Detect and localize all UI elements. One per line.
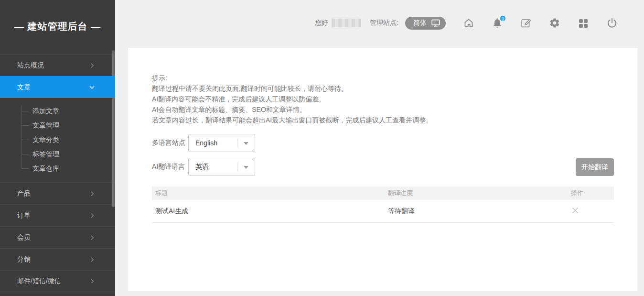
content-card: 提示: 翻译过程中请不要关闭此页面,翻译时间可能比较长，请耐心等待。 AI翻译内… — [128, 48, 637, 291]
col-header-title: 标题 — [152, 189, 388, 197]
edit-button[interactable] — [520, 17, 532, 29]
translate-table: 标题 翻译进度 操作 测试AI生成 等待翻译 — [152, 186, 614, 223]
sidebar-item-label: 文章 — [17, 83, 31, 92]
logout-button[interactable] — [606, 17, 618, 29]
topbar: 您好 管理站点: 简体 0 — [115, 0, 644, 46]
multilang-site-row: 多语言站点 English — [152, 134, 255, 152]
settings-button[interactable] — [549, 17, 560, 29]
monitor-icon — [431, 18, 440, 28]
gear-icon — [549, 17, 560, 29]
apps-button[interactable] — [578, 17, 589, 29]
cell-progress: 等待翻译 — [388, 207, 571, 216]
caret-down-icon — [244, 142, 248, 145]
cell-title: 测试AI生成 — [152, 207, 388, 216]
sidebar-item-site-overview[interactable]: 站点概况 — [0, 54, 115, 76]
submenu-item-add-article[interactable]: 添加文章 — [0, 104, 115, 118]
table-header-row: 标题 翻译进度 操作 — [152, 186, 614, 200]
sidebar-item-label: 站点概况 — [17, 61, 44, 70]
sidebar-item-distribution[interactable]: 分销 — [0, 248, 115, 270]
tips-block: 提示: 翻译过程中请不要关闭此页面,翻译时间可能比较长，请耐心等待。 AI翻译内… — [128, 48, 637, 125]
manage-site-label: 管理站点: — [370, 19, 398, 27]
select-divider — [237, 138, 237, 148]
delete-row-button[interactable] — [571, 206, 580, 215]
greeting-text: 您好 — [315, 19, 328, 27]
tips-line: AI翻译内容可能会不精准，完成后建议人工调整以防偏差。 — [152, 94, 637, 104]
edit-icon — [520, 17, 532, 29]
sidebar-item-products[interactable]: 产品 — [0, 182, 115, 204]
submenu-item-article-repo[interactable]: 文章仓库 — [0, 161, 115, 175]
col-header-progress: 翻译进度 — [388, 189, 571, 197]
submenu-item-tag-manage[interactable]: 标签管理 — [0, 147, 115, 161]
submenu-item-article-category[interactable]: 文章分类 — [0, 132, 115, 147]
articles-submenu: 添加文章 文章管理 文章分类 标签管理 文章仓库 — [0, 98, 115, 182]
chevron-right-icon — [89, 235, 95, 241]
simplified-chinese-button[interactable]: 简体 — [405, 17, 446, 30]
start-translate-button[interactable]: 开始翻译 — [576, 158, 614, 176]
ai-translate-lang-row: AI翻译语言 英语 — [152, 158, 255, 176]
sidebar-item-label: 会员 — [17, 233, 31, 242]
ai-translate-lang-value: 英语 — [195, 163, 209, 171]
tips-line: AI会自动翻译文章的标题、摘要、SEO和文章详情。 — [152, 104, 637, 115]
sidebar: — 建站管理后台 — 站点概况 文章 添加文章 文章管理 文章分类 标签管理 文… — [0, 0, 115, 296]
ai-translate-lang-select[interactable]: 英语 — [188, 158, 255, 176]
power-icon — [606, 17, 618, 29]
chevron-right-icon — [89, 257, 95, 263]
tips-line: 若文章内容过长，翻译结果可能会超出AI最大输出窗口而被截断，完成后建议人工查看并… — [152, 115, 637, 125]
sidebar-item-messaging[interactable]: 邮件/短信/微信 — [0, 270, 115, 292]
sidebar-item-articles[interactable]: 文章 — [0, 76, 115, 98]
close-icon — [571, 206, 580, 215]
sidebar-menu: 站点概况 文章 添加文章 文章管理 文章分类 标签管理 文章仓库 产品 订单 会… — [0, 54, 115, 292]
tips-title: 提示: — [152, 73, 637, 83]
multilang-site-label: 多语言站点 — [152, 139, 188, 147]
table-row: 测试AI生成 等待翻译 — [152, 200, 614, 223]
chevron-down-icon — [89, 84, 95, 90]
notification-badge: 0 — [499, 15, 506, 22]
redacted-username — [332, 19, 361, 27]
multilang-site-value: English — [195, 139, 217, 147]
col-header-actions: 操作 — [571, 189, 614, 197]
submenu-item-article-manage[interactable]: 文章管理 — [0, 118, 115, 132]
multilang-site-select[interactable]: English — [188, 134, 255, 152]
home-icon — [463, 17, 474, 29]
sidebar-scrollbar-thumb[interactable] — [112, 50, 115, 207]
sidebar-item-label: 邮件/短信/微信 — [17, 277, 61, 285]
notifications-button[interactable]: 0 — [492, 17, 503, 29]
chevron-right-icon — [89, 63, 95, 68]
chevron-right-icon — [89, 191, 95, 197]
sidebar-item-members[interactable]: 会员 — [0, 226, 115, 248]
sidebar-item-orders[interactable]: 订单 — [0, 204, 115, 226]
chevron-right-icon — [89, 213, 95, 219]
select-divider — [237, 162, 237, 172]
sidebar-item-label: 分销 — [17, 255, 31, 264]
sidebar-item-label: 订单 — [17, 211, 31, 220]
ai-translate-lang-label: AI翻译语言 — [152, 163, 188, 171]
app-title: — 建站管理后台 — — [0, 0, 115, 33]
caret-down-icon — [244, 166, 248, 169]
sidebar-item-label: 产品 — [17, 189, 31, 198]
tips-line: 翻译过程中请不要关闭此页面,翻译时间可能比较长，请耐心等待。 — [152, 83, 637, 94]
grid-icon — [578, 17, 589, 29]
home-button[interactable] — [463, 17, 474, 29]
lang-pill-label: 简体 — [413, 19, 427, 27]
chevron-right-icon — [89, 278, 95, 284]
